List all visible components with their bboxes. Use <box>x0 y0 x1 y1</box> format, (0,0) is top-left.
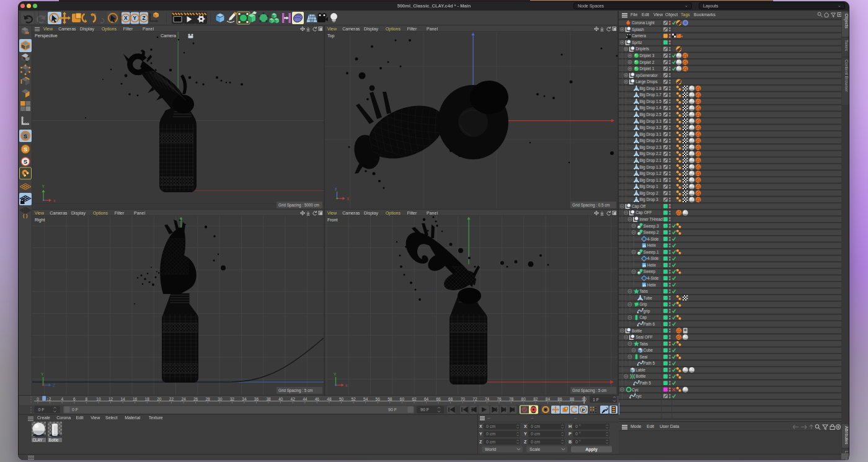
svg-text:Helix: Helix <box>647 263 657 267</box>
svg-text:0 F: 0 F <box>72 407 78 412</box>
svg-text:26: 26 <box>193 397 198 401</box>
svg-text:24: 24 <box>181 397 186 401</box>
svg-text:Top: Top <box>327 33 334 38</box>
svg-text:8: 8 <box>85 397 87 401</box>
svg-text:Cap: Cap <box>639 315 647 320</box>
svg-text:0 cm: 0 cm <box>531 432 540 436</box>
svg-text:4-Side: 4-Side <box>647 237 659 241</box>
svg-text:62: 62 <box>412 397 417 401</box>
svg-text:88: 88 <box>570 397 575 401</box>
svg-text:42: 42 <box>291 397 296 401</box>
svg-text:S: S <box>24 133 27 140</box>
svg-text:Big Drop 2.3: Big Drop 2.3 <box>639 145 662 150</box>
svg-text:44: 44 <box>303 397 308 401</box>
svg-text:40: 40 <box>278 397 283 401</box>
svg-text:4: 4 <box>61 397 63 401</box>
svg-text:Y: Y <box>133 15 137 21</box>
svg-text:Grid Spacing : 5000 cm: Grid Spacing : 5000 cm <box>278 203 319 208</box>
svg-text:30: 30 <box>218 397 223 401</box>
svg-text:CLAY: CLAY <box>33 438 43 442</box>
svg-text:Big Drop 2.1: Big Drop 2.1 <box>639 158 662 163</box>
svg-text:0 F: 0 F <box>38 407 45 412</box>
svg-text:Big Drop 1.4: Big Drop 1.4 <box>639 105 662 110</box>
svg-text:12: 12 <box>108 397 113 401</box>
svg-text:Y: Y <box>524 432 527 436</box>
svg-text:Y: Y <box>479 432 482 436</box>
svg-text:56: 56 <box>376 397 381 401</box>
svg-text:X: X <box>524 424 527 429</box>
svg-text:Tabs: Tabs <box>639 289 648 293</box>
svg-text:Cap OFF: Cap OFF <box>636 210 652 215</box>
svg-text:Driplet 3: Driplet 3 <box>639 53 654 58</box>
svg-text:Big Drop 1.2: Big Drop 1.2 <box>639 171 662 176</box>
svg-text:14: 14 <box>120 397 125 401</box>
svg-text:18: 18 <box>145 397 150 401</box>
svg-text:Y: Y <box>42 184 45 189</box>
svg-text:P: P <box>569 432 572 436</box>
svg-text:72: 72 <box>472 397 477 401</box>
svg-text:Big Drop 2.4: Big Drop 2.4 <box>639 138 662 143</box>
svg-text:16: 16 <box>133 397 138 401</box>
svg-text:Driplet 2: Driplet 2 <box>639 60 654 65</box>
svg-text:Cyc: Cyc <box>632 388 639 393</box>
svg-text:78: 78 <box>509 397 514 401</box>
svg-text:Big Drop 1: Big Drop 1 <box>639 184 658 189</box>
svg-text:58: 58 <box>388 397 392 401</box>
svg-text:76: 76 <box>497 397 502 401</box>
svg-text:Cap Off: Cap Off <box>632 204 645 209</box>
svg-text:0 °: 0 ° <box>575 440 581 444</box>
svg-text:Sweep: Sweep <box>644 269 656 274</box>
svg-text:Helix: Helix <box>647 283 657 287</box>
svg-text:0 cm: 0 cm <box>486 432 495 436</box>
svg-text:1 F: 1 F <box>593 398 599 402</box>
svg-text:Grid Spacing : 5 cm: Grid Spacing : 5 cm <box>278 388 312 393</box>
svg-text:Tabs: Tabs <box>639 342 648 346</box>
svg-text:Driplet 1: Driplet 1 <box>639 66 654 71</box>
svg-text:Big Drop 3.1: Big Drop 3.1 <box>639 132 662 137</box>
svg-text:Z: Z <box>53 383 55 388</box>
svg-text:Big Drop 1.3: Big Drop 1.3 <box>639 165 662 170</box>
svg-text:Big Drop 3: Big Drop 3 <box>639 197 658 202</box>
svg-text:Driplets: Driplets <box>636 47 649 51</box>
svg-text:4-Side: 4-Side <box>647 276 659 280</box>
svg-text:Helix: Helix <box>647 243 657 247</box>
svg-text:z: z <box>335 187 337 191</box>
svg-text:68: 68 <box>448 397 453 401</box>
svg-text:84: 84 <box>546 397 551 401</box>
svg-text:Y: Y <box>41 372 44 376</box>
svg-text:0: 0 <box>37 397 39 401</box>
svg-text:grip: grip <box>644 309 650 314</box>
svg-text:4-Side: 4-Side <box>647 256 659 260</box>
svg-text:Path 5: Path 5 <box>644 361 655 365</box>
svg-text:Y: Y <box>334 372 337 376</box>
svg-text:Tube: Tube <box>644 296 653 300</box>
svg-text:Z: Z <box>524 440 527 444</box>
svg-text:Big Drop 1.5: Big Drop 1.5 <box>639 99 662 104</box>
svg-text:46: 46 <box>315 397 320 401</box>
svg-text:70: 70 <box>461 397 466 401</box>
svg-text:Inner THread: Inner THread <box>639 217 663 221</box>
svg-text:Bottle: Bottle <box>49 438 60 442</box>
svg-text:48: 48 <box>327 397 332 401</box>
svg-text:Seal: Seal <box>639 355 647 359</box>
svg-text:0 cm: 0 cm <box>486 424 495 429</box>
svg-text:60: 60 <box>400 397 405 401</box>
svg-text:0 °: 0 ° <box>575 424 581 429</box>
svg-text:( ): ( ) <box>23 213 28 218</box>
svg-text:22: 22 <box>169 397 174 401</box>
svg-text:Big Drop 2.2: Big Drop 2.2 <box>639 151 662 156</box>
svg-text:X: X <box>479 424 482 429</box>
svg-text:Large Drops: Large Drops <box>636 79 657 84</box>
svg-text:82: 82 <box>533 397 538 401</box>
svg-text:X: X <box>347 197 350 201</box>
svg-text:Big Drop 1.7: Big Drop 1.7 <box>639 92 662 97</box>
svg-text:cyc: cyc <box>636 394 642 399</box>
svg-text:28: 28 <box>205 397 210 401</box>
svg-text:Scale: Scale <box>529 447 541 451</box>
svg-text:Right: Right <box>35 218 45 223</box>
svg-text:Sprtiz: Sprtiz <box>632 40 642 45</box>
svg-text:xpGenerator: xpGenerator <box>636 73 658 78</box>
svg-text:Bottle: Bottle <box>636 374 646 378</box>
svg-text:Sweep.1: Sweep.1 <box>644 250 659 255</box>
svg-text:Perspective: Perspective <box>35 33 58 38</box>
